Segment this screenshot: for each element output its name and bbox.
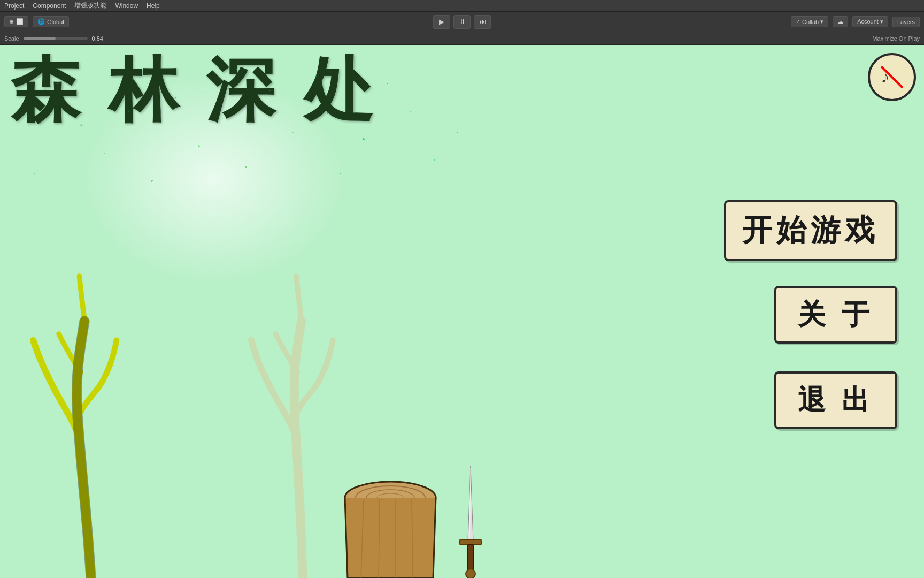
antler-left bbox=[16, 257, 166, 578]
layers-label: Layers bbox=[897, 19, 915, 25]
scale-fill bbox=[24, 37, 56, 40]
chevron-down-icon: ▾ bbox=[880, 18, 883, 25]
quit-button[interactable]: 退 出 bbox=[774, 371, 897, 429]
start-game-button[interactable]: 开始游戏 bbox=[724, 200, 897, 261]
scale-label: Scale bbox=[4, 35, 19, 42]
about-button[interactable]: 关 于 bbox=[774, 286, 897, 344]
global-label: Global bbox=[47, 19, 64, 25]
scale-slider[interactable] bbox=[24, 37, 88, 40]
center-button[interactable]: ⊕ ⬜ bbox=[4, 16, 28, 27]
menu-enhanced[interactable]: 增强版功能 bbox=[74, 1, 106, 10]
account-label: Account bbox=[857, 18, 879, 25]
check-icon: ✓ bbox=[796, 18, 800, 25]
step-button[interactable]: ⏭ bbox=[474, 15, 491, 29]
collab-label: Collab bbox=[802, 19, 819, 25]
menu-window[interactable]: Window bbox=[115, 2, 138, 10]
game-area: 森 林 深 处 ♪ 开始游戏 关 于 退 出 bbox=[0, 45, 924, 578]
global-button[interactable]: 🌐 Global bbox=[33, 16, 69, 27]
cloud-button[interactable]: ☁ bbox=[833, 16, 848, 27]
tree-stump bbox=[342, 471, 438, 578]
chevron-down-icon: ▾ bbox=[820, 18, 823, 25]
pause-button[interactable]: ⏸ bbox=[453, 15, 471, 29]
svg-point-12 bbox=[466, 569, 475, 578]
svg-rect-10 bbox=[460, 539, 481, 545]
toolbar: ⊕ ⬜ 🌐 Global ▶ ⏸ ⏭ ✓ Collab ▾ ☁ Account … bbox=[0, 12, 924, 32]
game-title: 森 林 深 处 bbox=[11, 56, 379, 125]
music-muted-icon: ♪ bbox=[879, 64, 905, 90]
toolbar-right: ✓ Collab ▾ ☁ Account ▾ Layers bbox=[791, 16, 920, 27]
scale-bar: Scale 0.84 Maximize On Play bbox=[0, 32, 924, 45]
collab-button[interactable]: ✓ Collab ▾ bbox=[791, 16, 828, 27]
menu-project[interactable]: Project bbox=[4, 2, 24, 10]
scale-value: 0.84 bbox=[92, 35, 103, 42]
playback-controls: ▶ ⏸ ⏭ bbox=[433, 15, 491, 29]
maximize-label: Maximize On Play bbox=[872, 35, 920, 42]
center-label: ⬜ bbox=[16, 18, 24, 25]
svg-rect-11 bbox=[467, 545, 474, 572]
center-icon: ⊕ bbox=[9, 18, 14, 25]
cloud-icon: ☁ bbox=[837, 18, 843, 25]
account-button[interactable]: Account ▾ bbox=[852, 16, 888, 27]
menu-help[interactable]: Help bbox=[147, 2, 160, 10]
layers-button[interactable]: Layers bbox=[892, 17, 920, 27]
menu-component[interactable]: Component bbox=[33, 2, 66, 10]
play-button[interactable]: ▶ bbox=[433, 15, 450, 29]
global-icon: 🌐 bbox=[37, 18, 45, 25]
menu-bar: Project Component 增强版功能 Window Help bbox=[0, 0, 924, 12]
music-mute-button[interactable]: ♪ bbox=[868, 53, 916, 101]
sword bbox=[455, 460, 487, 578]
